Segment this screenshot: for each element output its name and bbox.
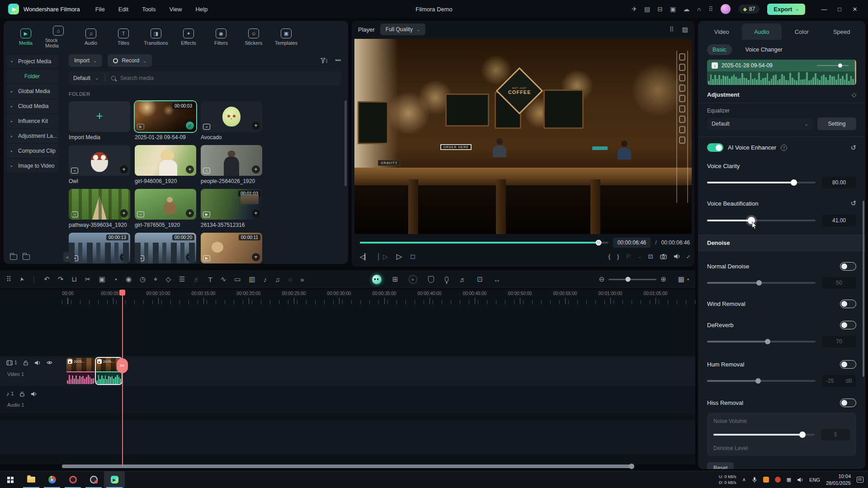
timeline-ruler[interactable]: 00:0000:00:05:0000:00:10:0000:00:15:0000… xyxy=(0,289,695,305)
snapshot-button[interactable] xyxy=(660,253,667,259)
ai-voice-enhancer-toggle[interactable] xyxy=(707,143,723,152)
expand-arrow-icon[interactable]: ▸ xyxy=(11,119,13,123)
ai-copilot-icon[interactable] xyxy=(372,275,382,284)
expand-arrow-icon[interactable]: ▸ xyxy=(11,164,13,168)
open-folder-icon[interactable] xyxy=(23,254,30,260)
mark-in-button[interactable]: { xyxy=(609,253,610,260)
hide-track-icon[interactable] xyxy=(47,360,52,366)
auto-ripple-icon[interactable]: ↔ xyxy=(494,276,500,283)
audio-subtab[interactable]: Basic xyxy=(707,44,732,55)
zoom-in-icon[interactable]: ⊕ xyxy=(660,275,666,283)
file-explorer-icon[interactable] xyxy=(21,471,42,488)
add-to-timeline-button[interactable] xyxy=(120,209,128,217)
maximize-button[interactable]: □ xyxy=(832,6,847,13)
sidebar-item[interactable]: Folder xyxy=(6,70,59,83)
sidebar-item[interactable]: ▾ Project Media xyxy=(6,55,59,68)
media-browser-icon[interactable]: ⠿ xyxy=(6,275,11,283)
add-to-timeline-button[interactable] xyxy=(186,122,194,130)
menu-item[interactable]: View xyxy=(169,6,182,13)
media-thumbnail[interactable] xyxy=(135,189,196,220)
dereverb-toggle[interactable] xyxy=(840,321,856,329)
zoom-handle[interactable] xyxy=(625,277,630,282)
zoom-out-icon[interactable]: ⊖ xyxy=(599,275,605,283)
media-item[interactable]: girl-7876505_1920 xyxy=(135,189,196,228)
text-to-speech-icon[interactable]: T xyxy=(208,276,212,283)
slider-handle[interactable] xyxy=(791,179,797,186)
stop-button[interactable]: □ xyxy=(410,253,415,260)
seek-handle[interactable] xyxy=(595,240,601,246)
asset-tab[interactable]: ◉ Filters xyxy=(208,28,234,46)
project-notes-icon[interactable]: ▤ xyxy=(644,6,650,12)
timeline-zoom-slider[interactable] xyxy=(609,279,656,280)
media-item[interactable]: Owl xyxy=(69,145,130,184)
record-voiceover-icon[interactable] xyxy=(445,277,448,282)
hiss-removal-toggle[interactable] xyxy=(840,399,856,407)
media-thumbnail[interactable] xyxy=(201,145,262,176)
volume-button[interactable] xyxy=(674,253,680,259)
voice-beautification-value[interactable]: 41.00 xyxy=(822,215,856,226)
layout-grid-icon[interactable]: ⠿ xyxy=(670,26,674,33)
timeline-tracks[interactable]: 1 Video 1 ♪ 1 Audio 1 ▶2025-.. ▶2025-.. xyxy=(0,305,695,465)
split-icon[interactable]: ✂ xyxy=(85,275,91,283)
normal-denoise-toggle[interactable] xyxy=(840,262,856,271)
track-manager-icon[interactable]: ▦ xyxy=(678,275,684,283)
audio-visualizer-icon[interactable]: ♪ xyxy=(264,276,267,283)
noise-volume-slider[interactable] xyxy=(713,434,815,436)
apps-grid-icon[interactable]: ⠿ xyxy=(708,6,713,12)
media-item[interactable]: people-2564026_1920 xyxy=(201,145,262,184)
slider-handle[interactable] xyxy=(765,339,770,344)
mute-track-icon[interactable] xyxy=(31,391,37,397)
voice-clarity-slider[interactable] xyxy=(707,182,816,183)
media-thumbnail[interactable]: 00:00:11 xyxy=(201,233,262,263)
equalizer-dropdown[interactable]: Default⌄ xyxy=(707,117,813,130)
mirror-display-button[interactable]: ⊡ xyxy=(648,253,653,260)
property-tab[interactable]: Audio xyxy=(742,23,782,40)
timeline-scrollbar[interactable] xyxy=(62,465,634,468)
reset-button[interactable]: Reset xyxy=(707,462,734,469)
voice-changer-icon[interactable]: ∿ xyxy=(221,275,226,283)
media-thumbnail[interactable]: 00:01:03 xyxy=(201,189,262,220)
language-indicator[interactable]: ENG xyxy=(809,477,820,483)
screen-record-icon[interactable]: ⊡ xyxy=(477,275,483,283)
volume-tray-icon[interactable] xyxy=(797,477,803,483)
media-thumbnail[interactable]: 00:00:20 xyxy=(135,233,196,263)
media-thumbnail[interactable] xyxy=(135,145,196,176)
reset-icon[interactable]: ↺ xyxy=(850,144,856,152)
mark-out-button[interactable]: } xyxy=(617,253,619,260)
expand-arrow-icon[interactable]: ▸ xyxy=(11,104,13,108)
speed-ramp-icon[interactable]: ◔ xyxy=(113,276,118,283)
slider-handle[interactable] xyxy=(756,280,762,286)
more-options-icon[interactable]: ••• xyxy=(335,58,341,63)
sidebar-item[interactable]: ▸ Compound Clip xyxy=(6,144,59,158)
slider-handle[interactable] xyxy=(799,432,806,438)
asset-tab[interactable]: ▣ Templates xyxy=(273,28,299,46)
slider-handle[interactable] xyxy=(755,378,761,384)
add-to-timeline-button[interactable] xyxy=(252,165,260,174)
panel-scrollbar[interactable] xyxy=(863,201,864,377)
filter-icon[interactable] xyxy=(321,58,328,64)
lock-icon[interactable] xyxy=(19,391,25,397)
share-icon[interactable]: ✈ xyxy=(632,6,637,12)
fullscreen-button[interactable]: ↕ xyxy=(685,253,692,260)
add-marker-camera-icon[interactable]: ⊞ xyxy=(392,275,398,283)
sidebar-item[interactable]: ▸ Adjustment La... xyxy=(6,129,59,143)
sidebar-item[interactable]: ▸ Influence Kit xyxy=(6,114,59,128)
smart-cutout-icon[interactable]: ◌ xyxy=(288,276,292,283)
keyframe-icon[interactable]: ◇ xyxy=(166,275,171,283)
menu-item[interactable]: Edit xyxy=(118,6,128,13)
dereverb-slider[interactable] xyxy=(707,341,816,343)
hum-removal-toggle[interactable] xyxy=(840,360,856,369)
media-thumbnail[interactable] xyxy=(69,101,130,132)
media-thumbnail[interactable] xyxy=(69,145,130,176)
media-item[interactable]: pathway-3596034_1920 xyxy=(69,189,130,228)
equalizer-setting-button[interactable]: Setting xyxy=(817,117,856,130)
media-thumbnail[interactable] xyxy=(201,101,262,132)
property-tab[interactable]: Color xyxy=(782,23,822,40)
recorder-app-icon[interactable] xyxy=(62,471,83,488)
duration-icon[interactable]: ◷ xyxy=(140,275,146,283)
lock-icon[interactable] xyxy=(23,360,28,366)
audio-subtab[interactable]: Voice Changer xyxy=(740,44,788,55)
playhead[interactable] xyxy=(122,290,123,466)
media-scrollbar[interactable] xyxy=(344,100,347,186)
microphone-tray-icon[interactable] xyxy=(752,477,757,483)
